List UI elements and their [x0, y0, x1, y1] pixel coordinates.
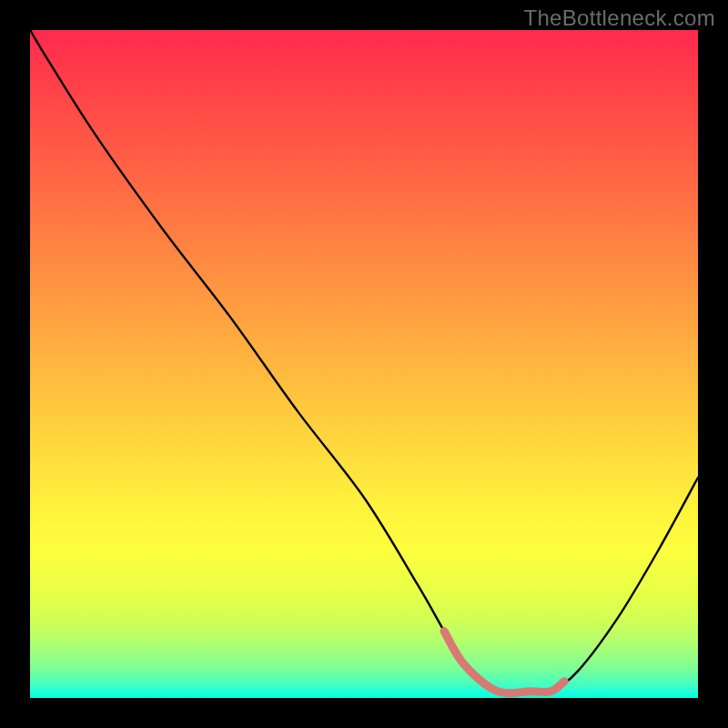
bottleneck-curve [30, 30, 698, 693]
curve-svg [30, 30, 698, 698]
watermark-text: TheBottleneck.com [523, 5, 715, 31]
chart-container: TheBottleneck.com [0, 0, 728, 728]
plot-area [30, 30, 698, 698]
accent-region [444, 632, 564, 693]
